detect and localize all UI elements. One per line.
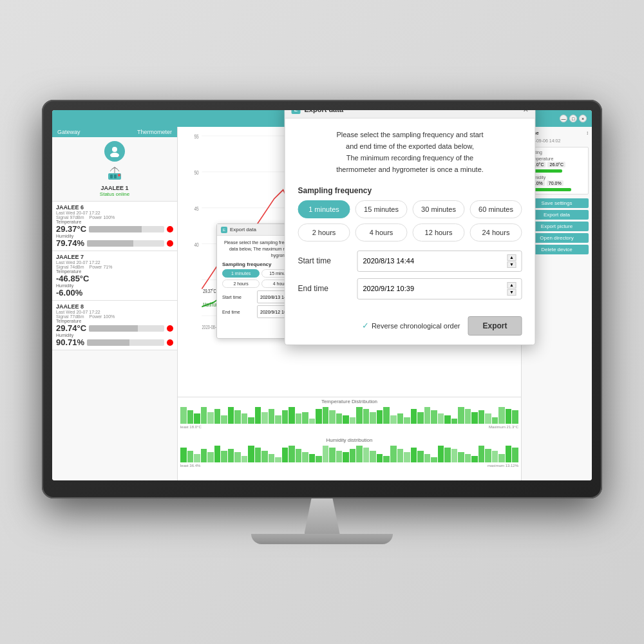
device-item-2[interactable]: JAALEE 7 Last Wed 20-07 17:22 Signal 74d… (52, 251, 177, 301)
device-item-3[interactable]: JAALEE 8 Last Wed 20-07 17:22 Signal 77d… (52, 301, 177, 350)
person-icon (109, 146, 120, 157)
end-time-label: End time (298, 284, 350, 293)
monitor-screen: Thermometer — □ × (52, 110, 592, 480)
humidity-dot-3 (167, 339, 173, 346)
temp-dist-bars (178, 406, 521, 425)
start-time-row: Start time 2020/8/13 14:44 ▲ ▼ (298, 251, 522, 272)
start-time-input[interactable]: 2020/8/13 14:44 ▲ ▼ (357, 251, 522, 272)
btn-1min[interactable]: 1 minutes (298, 200, 350, 218)
btn-15min[interactable]: 15 minutes (355, 200, 408, 218)
svg-point-1 (110, 153, 119, 157)
titlebar-controls: — □ × (560, 115, 587, 122)
end-time-value: 2020/9/12 10:39 (363, 285, 415, 292)
large-dialog-footer: ✓ Reverse chronological order Export (285, 312, 535, 345)
device-name-1: JAALEE 6 (56, 204, 173, 211)
device-temp-label-3: Temperature (56, 319, 173, 323)
dialog-title-icon: E (292, 110, 301, 114)
small-btn-1min[interactable]: 1 minutes (222, 269, 260, 278)
gateway-label: JAALEE 1 (100, 185, 128, 191)
btn-2h[interactable]: 2 hours (298, 223, 350, 242)
device-humidity-value-2: -6.00% (56, 288, 82, 298)
large-export-button[interactable]: Export (468, 316, 522, 336)
humidity-bar-1 (87, 240, 164, 247)
large-dialog-titlebar: E Export data × (285, 110, 535, 118)
maximize-button[interactable]: □ (569, 115, 577, 122)
temp-bar-3 (89, 325, 164, 332)
gateway-avatar (104, 141, 125, 162)
start-time-spinners: ▲ ▼ (507, 254, 516, 268)
device-humidity-label-1: Humidity (56, 234, 173, 238)
sidebar-thermometer-label: Thermometer (137, 129, 172, 135)
reverse-order-label[interactable]: ✓ Reverse chronological order (362, 321, 460, 330)
close-button[interactable]: × (579, 115, 587, 122)
humidity-dist-range: least 36.4% maximum 13.12% (178, 464, 521, 468)
device-signal-3: Signal 77dBm Power 100% (56, 314, 173, 319)
start-spin-up[interactable]: ▲ (507, 254, 516, 261)
minimize-button[interactable]: — (560, 115, 567, 122)
temp-distribution: Temperature Distribution (178, 397, 521, 436)
end-spin-up[interactable]: ▲ (507, 282, 516, 289)
device-last-seen-3: Last Wed 20-07 17:22 (56, 310, 173, 314)
humidity-distribution: Humidity distribution (178, 436, 521, 475)
humidity-dist-label: Humidity distribution (178, 436, 521, 444)
monitor-stand-base (251, 534, 393, 544)
humidity-dist-bars (178, 444, 521, 464)
btn-60min[interactable]: 60 minutes (470, 200, 522, 218)
device-name-2: JAALEE 7 (56, 254, 173, 260)
end-time-input[interactable]: 2020/9/12 10:39 ▲ ▼ (357, 278, 522, 299)
temp-setting: Temperature 18.0°C 26.0°C (528, 156, 585, 173)
small-btn-2h[interactable]: 2 hours (222, 279, 260, 288)
temp-dist-range: least 18.0°C Maximum 21.3°C (178, 425, 521, 429)
svg-point-0 (112, 147, 117, 152)
device-signal-1: Signal 97dBm Power 100% (56, 215, 173, 220)
sidebar-header: Gateway Thermometer (52, 127, 177, 137)
large-dialog-title: E Export data (292, 110, 344, 114)
end-time-spinners: ▲ ▼ (507, 282, 516, 296)
setting-label: Setting (528, 150, 585, 155)
monitor-stand-neck (305, 498, 340, 534)
dialog-description: Please select the sampling frequency and… (298, 129, 522, 176)
btn-24h[interactable]: 24 hours (470, 223, 522, 242)
btn-4h[interactable]: 4 hours (355, 223, 408, 242)
device-humidity-value-1: 79.74% (56, 238, 84, 248)
device-item-1[interactable]: JAALEE 6 Last Wed 20-07 17:22 Signal 97d… (52, 202, 177, 251)
gateway-section: JAALEE 1 Status online (52, 137, 177, 202)
device-temp-value-2: -46.85°C (56, 274, 89, 283)
humidity-bar-3 (87, 339, 164, 346)
right-panel-sort-icon[interactable]: ↕ (586, 130, 589, 136)
sidebar: Gateway Thermometer (52, 127, 178, 480)
btn-12h[interactable]: 12 hours (413, 223, 465, 242)
large-dialog-close-icon[interactable]: × (523, 110, 528, 115)
device-temp-label-1: Temperature (56, 220, 173, 224)
monitor: Thermometer — □ × (42, 100, 602, 544)
humidity-setting: Humidity 45.0% 70.0% (528, 175, 585, 191)
large-dialog-body: Please select the sampling frequency and… (285, 118, 535, 312)
device-temp-value-1: 29.37°C (56, 224, 86, 234)
temp-dot-3 (167, 325, 173, 332)
end-spin-down[interactable]: ▼ (507, 289, 516, 296)
monitor-screen-border: Thermometer — □ × (42, 100, 602, 498)
device-humidity-value-3: 90.71% (56, 337, 84, 347)
distribution-section: Temperature Distribution (178, 397, 521, 480)
temp-setting-label: Temperature (528, 156, 585, 161)
start-spin-down[interactable]: ▼ (507, 261, 516, 268)
device-name-3: JAALEE 8 (56, 303, 173, 310)
device-temp-value-3: 29.74°C (56, 323, 86, 333)
svg-text:50: 50 (194, 169, 199, 176)
device-humidity-label-2: Humidity (56, 283, 173, 288)
svg-text:55: 55 (194, 133, 199, 140)
svg-rect-4 (114, 175, 117, 178)
start-time-value: 2020/8/13 14:44 (363, 257, 415, 265)
gateway-router-icon (105, 164, 124, 185)
device-humidity-label-3: Humidity (56, 333, 173, 337)
temp-max-value: 26.0°C (547, 162, 565, 167)
btn-30min[interactable]: 30 minutes (413, 200, 465, 218)
temp-range: 18.0°C 26.0°C (528, 162, 585, 167)
gateway-status: Status online (100, 191, 129, 197)
svg-point-5 (118, 174, 120, 176)
humidity-range: 45.0% 70.0% (528, 180, 585, 186)
sampling-row1: 1 minutes 15 minutes 30 minutes 60 minut… (298, 200, 522, 218)
end-time-row: End time 2020/9/12 10:39 ▲ ▼ (298, 278, 522, 299)
svg-text:45: 45 (194, 204, 199, 212)
sidebar-gateway-label: Gateway (57, 129, 80, 135)
